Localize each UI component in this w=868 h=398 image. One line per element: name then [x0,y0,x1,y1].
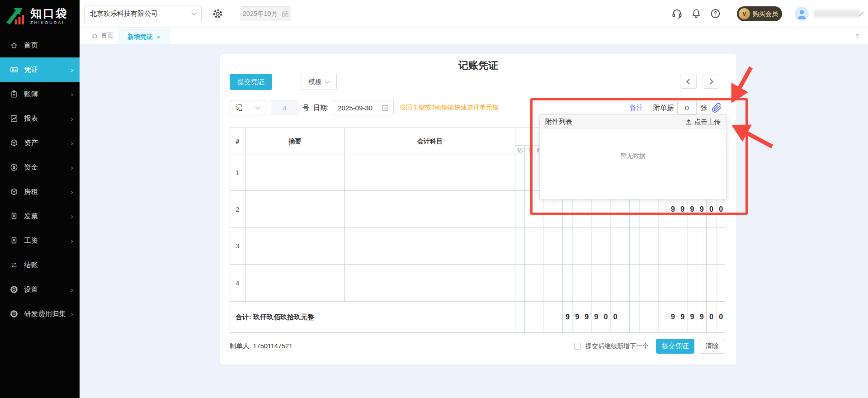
digit-cell[interactable] [582,228,591,264]
digit-cell[interactable] [687,265,697,301]
digit-cell[interactable] [639,265,649,301]
digit-cell[interactable] [515,191,524,227]
digit-cell[interactable] [639,228,649,264]
digit-cell[interactable] [562,265,572,301]
account-cell[interactable] [345,191,515,227]
digit-cell[interactable] [629,302,639,332]
notifications-bell-icon[interactable] [691,8,702,19]
digit-cell[interactable] [524,155,534,190]
digit-cell[interactable]: 0 [601,302,610,332]
digit-cell[interactable] [649,228,658,264]
settings-gear-icon[interactable] [212,8,223,19]
digit-cell[interactable] [706,265,716,301]
digit-cell[interactable] [716,228,726,264]
digit-cell[interactable] [716,265,726,301]
note-link[interactable]: 备注 [630,104,643,112]
credit-amount-cell[interactable] [620,265,726,301]
period-picker[interactable]: 2025年10月 [241,6,291,21]
digit-cell[interactable] [524,228,534,264]
digit-cell[interactable] [678,265,687,301]
digit-cell[interactable] [553,302,562,332]
digit-cell[interactable] [601,228,610,264]
digit-cell[interactable]: 9 [591,302,601,332]
voucher-word-select[interactable]: 记 [230,100,265,115]
digit-cell[interactable] [620,228,629,264]
support-headset-icon[interactable] [671,8,683,19]
digit-cell[interactable]: 9 [697,302,706,332]
sidebar-item-rent[interactable]: 房租› [0,180,80,204]
digit-cell[interactable] [543,265,553,301]
tab-new-voucher[interactable]: 新增凭证 × [119,29,169,44]
digit-cell[interactable] [668,265,677,301]
template-dropdown[interactable]: 模板 [301,74,337,90]
digit-cell[interactable] [658,265,668,301]
digit-cell[interactable] [572,228,582,264]
tab-home[interactable]: 首页 [89,28,116,44]
digit-cell[interactable] [524,302,534,332]
digit-cell[interactable] [697,265,706,301]
digit-cell[interactable] [610,228,620,264]
digit-cell[interactable] [629,265,639,301]
digit-cell[interactable] [601,265,610,301]
digit-cell[interactable]: 9 [687,302,697,332]
digit-cell[interactable] [620,265,629,301]
sidebar-item-voucher[interactable]: 凭证› [0,57,80,82]
sidebar-item-report[interactable]: 报表› [0,106,80,131]
digit-cell[interactable]: 9 [562,302,572,332]
account-cell[interactable] [345,228,515,264]
buy-vip-button[interactable]: V 购买会员 [737,6,782,21]
digit-cell[interactable] [515,265,524,301]
digit-cell[interactable] [515,302,524,332]
digit-cell[interactable] [668,228,677,264]
summary-cell[interactable] [245,265,345,301]
upload-button[interactable]: 点击上传 [685,118,721,126]
voucher-number-input[interactable] [271,100,298,115]
digit-cell[interactable] [562,228,572,264]
clear-button[interactable]: 清除 [699,339,725,354]
digit-cell[interactable]: 0 [716,302,726,332]
submit-voucher-button[interactable]: 提交凭证 [230,74,272,90]
digit-cell[interactable] [524,265,534,301]
debit-amount-cell[interactable] [515,265,620,301]
sidebar-item-ledger[interactable]: 账簿› [0,82,80,106]
submit-voucher-button-bottom[interactable]: 提交凭证 [656,339,694,354]
digit-cell[interactable] [658,302,668,332]
sidebar-item-settings[interactable]: 设置› [0,277,80,302]
tab-close-icon[interactable]: × [156,33,160,40]
digit-cell[interactable] [610,265,620,301]
sidebar-item-home[interactable]: 首页 [0,33,80,57]
company-select[interactable]: 北京欢乐科技有限公司 [84,5,202,22]
summary-cell[interactable] [245,228,345,264]
digit-cell[interactable] [649,265,658,301]
credit-amount-cell[interactable] [620,228,726,264]
digit-cell[interactable] [534,228,543,264]
digit-cell[interactable] [534,265,543,301]
summary-cell[interactable] [245,191,345,227]
digit-cell[interactable] [678,228,687,264]
digit-cell[interactable] [697,228,706,264]
prev-voucher-button[interactable] [680,75,697,89]
continue-checkbox[interactable] [574,343,581,350]
digit-cell[interactable] [572,265,582,301]
date-picker[interactable]: 2025-09-30 [333,100,394,115]
digit-cell[interactable] [582,265,591,301]
digit-cell[interactable] [515,228,524,264]
sidebar-item-fund[interactable]: 资金› [0,155,80,180]
paperclip-icon[interactable] [712,103,722,113]
digit-cell[interactable] [649,302,658,332]
sidebar-item-closing[interactable]: 结账 [0,253,80,277]
digit-cell[interactable]: 9 [572,302,582,332]
digit-cell[interactable] [620,302,629,332]
digit-cell[interactable] [524,191,534,227]
debit-amount-cell[interactable] [515,228,620,264]
digit-cell[interactable] [658,228,668,264]
attach-count-input[interactable] [677,101,697,114]
digit-cell[interactable] [534,302,543,332]
digit-cell[interactable]: 9 [582,302,591,332]
account-cell[interactable] [345,155,515,190]
digit-cell[interactable] [515,155,524,190]
digit-cell[interactable]: 9 [668,302,677,332]
help-icon[interactable]: ? [710,8,721,19]
digit-cell[interactable] [553,265,562,301]
digit-cell[interactable] [629,228,639,264]
